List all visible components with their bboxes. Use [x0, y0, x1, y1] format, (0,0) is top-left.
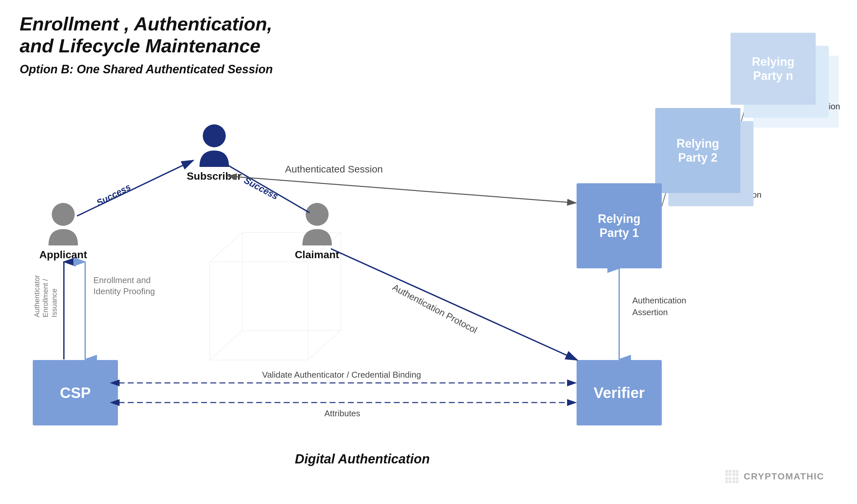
auth-assertion-label: AuthenticationAssertion [632, 295, 686, 318]
authenticated-session-arrow [236, 177, 576, 203]
logo-text: CRYPTOMATHIC [744, 471, 824, 482]
cryptomathic-icon [724, 469, 740, 484]
main-title: Enrollment , Authentication, and Lifecyc… [20, 13, 273, 57]
subtitle: Option B: One Shared Authenticated Sessi… [20, 63, 273, 76]
diagram-container: Enrollment , Authentication, and Lifecyc… [0, 0, 857, 504]
applicant-person: Applicant [39, 203, 87, 261]
svg-rect-0 [210, 262, 308, 360]
validate-auth-label: Validate Authenticator / Credential Bind… [262, 370, 421, 380]
svg-point-8 [306, 203, 329, 226]
svg-line-4 [210, 331, 242, 360]
svg-line-5 [308, 331, 341, 360]
subscriber-label: Subscriber [187, 170, 241, 182]
verifier-box: Verifier [576, 360, 662, 425]
title-block: Enrollment , Authentication, and Lifecyc… [20, 13, 273, 76]
attributes-label: Attributes [324, 409, 360, 419]
title-line2: and Lifecycle Maintenance [20, 35, 261, 56]
title-line1: Enrollment , Authentication, [20, 13, 272, 34]
auth-protocol-arrow [331, 249, 577, 360]
subscriber-person: Subscriber [187, 124, 241, 182]
applicant-label: Applicant [39, 249, 87, 261]
enrollment-identity-label: Enrollment andIdentity Proofing [94, 275, 155, 297]
authenticator-enrollment-label: AuthenticatorEnrollment /Issuance [33, 275, 58, 317]
claimant-person: Claimant [295, 203, 339, 261]
success-arrow-applicant-subscriber [77, 160, 193, 216]
relying-party-1-box: Relying Party 1 [576, 183, 662, 268]
auth-protocol-label: Authentication Protocol [390, 282, 478, 335]
svg-line-2 [210, 232, 242, 262]
authenticated-session-label: Authenticated Session [285, 163, 383, 175]
relying-party-2-box: Relying Party 2 [655, 108, 740, 193]
svg-point-7 [203, 124, 226, 147]
logo-area: CRYPTOMATHIC [724, 469, 824, 484]
csp-box: CSP [33, 360, 118, 425]
digital-auth-label: Digital Authentication [295, 452, 430, 466]
svg-point-6 [52, 203, 75, 226]
success-label-2: Success [242, 175, 280, 202]
success-label-1: Success [95, 181, 132, 208]
claimant-label: Claimant [295, 249, 339, 261]
relying-party-n-box: Relying Party n [730, 33, 816, 105]
